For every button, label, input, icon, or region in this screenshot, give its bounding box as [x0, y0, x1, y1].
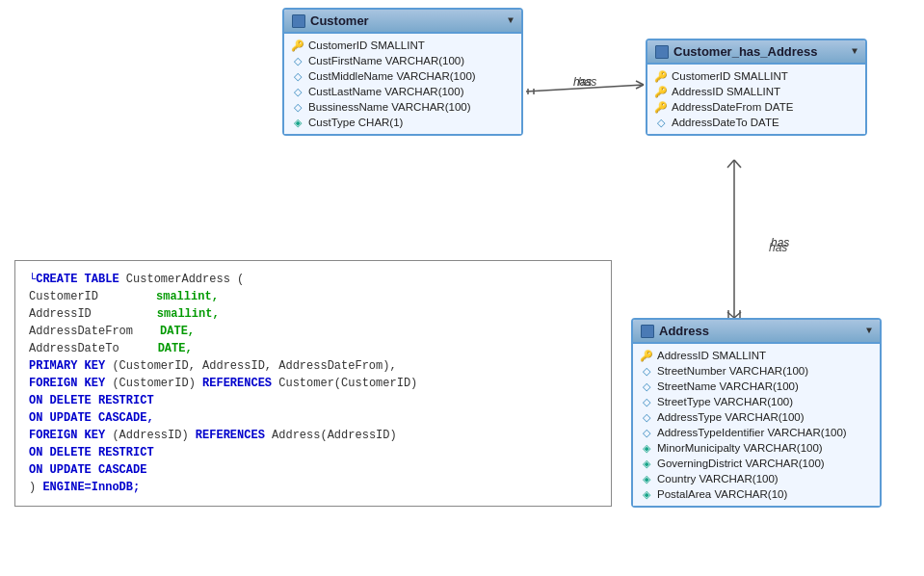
sql-line-9: ON UPDATE CASCADE,: [29, 409, 597, 427]
sql-line-11: ON DELETE RESTRICT: [29, 444, 597, 461]
field-streetname: ◇ StreetName VARCHAR(100): [633, 379, 880, 394]
diamond-icon: ◇: [292, 55, 304, 66]
customer-dropdown-arrow[interactable]: ▼: [508, 15, 514, 26]
has-label-1: has: [578, 75, 596, 89]
diamond-teal-icon: ◈: [641, 442, 652, 454]
field-country: ◈ Country VARCHAR(100): [633, 471, 880, 486]
sql-line-7: FOREIGN KEY (CustomerID) REFERENCES Cust…: [29, 375, 597, 392]
field-addressid: 🔑 AddressID SMALLINT: [633, 348, 880, 363]
sql-line-12: ON UPDATE CASCADE: [29, 461, 597, 479]
fk-icon: 🔑: [655, 70, 667, 82]
diamond-icon: ◇: [641, 411, 652, 423]
field-streetnumber: ◇ StreetNumber VARCHAR(100): [633, 363, 880, 379]
diamond-icon: ◇: [641, 396, 652, 407]
address-table-title: Address: [659, 324, 709, 338]
table-icon: [292, 14, 305, 28]
customer-table-header: Customer ▼: [284, 10, 521, 34]
field-cha-customerid: 🔑 CustomerID SMALLINT: [647, 68, 865, 84]
address-table-body: 🔑 AddressID SMALLINT ◇ StreetNumber VARC…: [633, 344, 880, 506]
customer-table-body: 🔑 CustomerID SMALLINT ◇ CustFirstName VA…: [284, 34, 521, 134]
field-streettype: ◇ StreetType VARCHAR(100): [633, 394, 880, 409]
address-dropdown-arrow[interactable]: ▼: [866, 326, 872, 336]
field-postalarea: ◈ PostalArea VARCHAR(10): [633, 486, 880, 502]
field-custlastname: ◇ CustLastName VARCHAR(100): [284, 84, 521, 99]
has-label-2: has: [769, 241, 787, 254]
diamond-icon: ◇: [292, 101, 304, 113]
sql-line-8: ON DELETE RESTRICT: [29, 392, 597, 409]
customer-has-address-body: 🔑 CustomerID SMALLINT 🔑 AddressID SMALLI…: [647, 65, 865, 134]
svg-line-1: [636, 81, 644, 85]
field-cha-addressdateto: ◇ AddressDateTo DATE: [647, 115, 865, 130]
sql-line-5: AddressDateToDATE,: [29, 340, 597, 357]
field-cha-addressid: 🔑 AddressID SMALLINT: [647, 84, 865, 99]
customer-has-address-header: Customer_has_Address ▼: [647, 40, 865, 65]
field-custmiddlename: ◇ CustMiddleName VARCHAR(100): [284, 68, 521, 84]
diamond-teal-icon: ◈: [641, 488, 652, 500]
address-table-header: Address ▼: [633, 320, 880, 344]
field-addresstypeidentifier: ◇ AddressTypeIdentifier VARCHAR(100): [633, 425, 880, 440]
sql-line-2: CustomerIDsmallint,: [29, 288, 597, 305]
field-minormunicipalty: ◈ MinorMunicipalty VARCHAR(100): [633, 440, 880, 456]
field-bussinessname: ◇ BussinessName VARCHAR(100): [284, 99, 521, 115]
sql-line-10: FOREIGN KEY (AddressID) REFERENCES Addre…: [29, 427, 597, 444]
diamond-icon: ◇: [641, 427, 652, 438]
field-customerid: 🔑 CustomerID SMALLINT: [284, 38, 521, 53]
address-table: Address ▼ 🔑 AddressID SMALLINT ◇ StreetN…: [631, 318, 882, 508]
diamond-icon: ◇: [655, 117, 667, 128]
table-icon: [655, 45, 669, 59]
diamond-icon: ◇: [641, 380, 652, 392]
field-cha-addressdatefrom: 🔑 AddressDateFrom DATE: [647, 99, 865, 115]
customer-table: Customer ▼ 🔑 CustomerID SMALLINT ◇ CustF…: [282, 8, 523, 136]
pk-icon: 🔑: [292, 39, 304, 51]
diamond-icon: ◇: [292, 70, 304, 82]
sql-code-box: └CREATE TABLE CustomerAddress ( Customer…: [14, 260, 612, 507]
sql-line-1: └CREATE TABLE CustomerAddress (: [29, 271, 597, 288]
field-governingdistrict: ◈ GoverningDistrict VARCHAR(100): [633, 456, 880, 471]
diamond-icon: ◇: [641, 365, 652, 377]
pk-icon: 🔑: [655, 101, 667, 113]
sql-line-3: AddressIDsmallint,: [29, 305, 597, 323]
svg-line-7: [734, 160, 741, 168]
field-custfirstname: ◇ CustFirstName VARCHAR(100): [284, 53, 521, 68]
sql-line-4: AddressDateFromDATE,: [29, 323, 597, 340]
diamond-teal-icon: ◈: [641, 473, 652, 484]
customer-has-address-table: Customer_has_Address ▼ 🔑 CustomerID SMAL…: [646, 39, 867, 136]
svg-line-6: [727, 160, 734, 168]
cha-dropdown-arrow[interactable]: ▼: [852, 46, 858, 57]
table-icon: [641, 325, 654, 338]
diamond-teal-icon: ◈: [292, 117, 304, 128]
svg-line-2: [636, 85, 644, 89]
field-custtype: ◈ CustType CHAR(1): [284, 115, 521, 130]
canvas: has has Customer ▼ 🔑 CustomerID SMALLINT…: [0, 0, 924, 576]
diamond-icon: ◇: [292, 86, 304, 97]
sql-line-13: ) ENGINE=InnoDB;: [29, 479, 597, 496]
pk-icon: 🔑: [641, 350, 652, 361]
diamond-teal-icon: ◈: [641, 458, 652, 469]
customer-table-title: Customer: [310, 13, 369, 28]
sql-line-6: PRIMARY KEY (CustomerID, AddressID, Addr…: [29, 357, 597, 375]
fk-icon: 🔑: [655, 86, 667, 97]
customer-has-address-title: Customer_has_Address: [673, 44, 818, 59]
field-addresstype: ◇ AddressType VARCHAR(100): [633, 409, 880, 425]
